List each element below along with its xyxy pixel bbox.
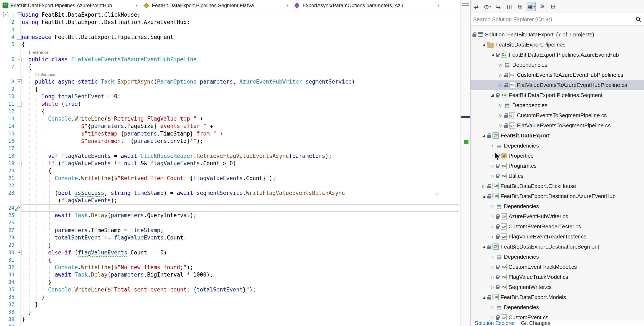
expand-icon[interactable] [489, 265, 496, 269]
fold-collapse-icon[interactable] [14, 56, 22, 63]
tree-item[interactable]: FeatBit.DataExport.Pipelines.AzureEventH… [470, 50, 644, 60]
properties-wrench-icon[interactable]: ⚙ [538, 2, 547, 11]
expand-icon[interactable] [489, 305, 496, 310]
collapse-icon[interactable] [481, 42, 487, 47]
code-line[interactable]: 8 public async static Task ExportAsync(P… [0, 78, 460, 85]
tree-item[interactable]: FlatValueEventsToSegmentPipeline.cs [470, 120, 644, 131]
tree-item[interactable]: FeatBit.DataExport.Pipelines [470, 40, 644, 50]
expand-icon[interactable] [498, 123, 504, 128]
tree-item[interactable]: Dependencies [470, 201, 644, 211]
collapse-icon[interactable] [489, 52, 496, 57]
tree-item[interactable]: FlagValueTrackModel.cs [470, 272, 644, 282]
code-line[interactable]: 35 Console.WriteLine($"Total sent event … [0, 286, 460, 293]
code-line[interactable]: 10 long totalSentEvent = 0; [0, 93, 460, 100]
codelens-references[interactable]: 1 reference [0, 71, 55, 78]
tree-item[interactable]: FlatValueEventsToAzureEventHubPipeline.c… [470, 80, 644, 90]
tree-item[interactable]: FlagValueEventReaderTester.cs [470, 231, 644, 242]
tree-item[interactable]: FeatBit.DataExport.Destination.AzureEven… [470, 191, 644, 201]
editor-split-handle[interactable] [462, 3, 469, 6]
show-all-files-icon[interactable]: ⊞ [516, 2, 525, 11]
collapse-icon[interactable] [481, 295, 487, 300]
expand-icon[interactable] [481, 184, 487, 188]
tree-item[interactable]: CustomEventTrackModel.cs [470, 262, 644, 272]
code-line[interactable]: 21 Console.WriteLine($"Retrived Item Cou… [0, 175, 460, 182]
code-line[interactable]: 29 } [0, 241, 460, 249]
expand-icon[interactable] [498, 83, 504, 88]
tree-item[interactable]: FeatBit.DataExport [470, 131, 644, 141]
code-line[interactable]: 11 while (true) [0, 100, 460, 108]
tree-item[interactable]: CustomEventsToAzureEventHubPipeline.cs [470, 70, 644, 80]
fold-collapse-icon[interactable] [14, 78, 22, 85]
tree-item[interactable]: FeatBit.DataExport.Destination.Segment [470, 242, 644, 252]
expand-icon[interactable] [489, 204, 496, 209]
project-dropdown[interactable]: FeatBit.DataExport.Pipelines.AzureEventH… [0, 0, 140, 11]
code-line[interactable]: 22 [0, 182, 460, 189]
collapse-icon[interactable] [481, 194, 487, 198]
code-line[interactable]: 37 } [0, 301, 460, 308]
pending-filter-icon[interactable]: ◷ [483, 2, 492, 11]
tree-item[interactable]: Solution 'FeatBit.DataExport' (7 of 7 pr… [470, 29, 644, 40]
code-line[interactable]: 3 [0, 26, 460, 33]
fold-collapse-icon[interactable] [14, 100, 22, 108]
code-line[interactable]: 23 (bool isSuccess, string timeStamp) = … [0, 189, 460, 197]
tree-item[interactable]: Dependencies [470, 141, 644, 151]
tree-item[interactable]: Program.cs [470, 161, 644, 171]
code-line[interactable]: 5{ [0, 41, 460, 48]
code-line[interactable]: 9 { [0, 85, 460, 93]
vertical-scrollbar[interactable] [460, 0, 470, 326]
search-icon[interactable] [636, 16, 642, 22]
code-line[interactable]: 17 [0, 145, 460, 152]
code-line[interactable]: 7 { [0, 63, 460, 70]
tree-item[interactable]: Dependencies [470, 100, 644, 110]
new-view-icon[interactable]: ◫ [505, 2, 514, 11]
track-active-item-icon[interactable]: ▦ [526, 2, 536, 11]
code-line[interactable]: 26 [0, 219, 460, 226]
fold-collapse-icon[interactable] [14, 33, 22, 41]
type-dropdown[interactable]: FeatBit.DataExport.Pipelines.Segment.Fla… [140, 0, 291, 11]
chevron-down-icon[interactable] [438, 3, 440, 7]
collapse-all-icon[interactable]: ⊟ [548, 2, 558, 11]
collapse-icon[interactable] [481, 244, 487, 249]
code-line[interactable]: 25 await Task.Delay(parameters.QueryInte… [0, 212, 460, 219]
code-line[interactable]: 4namespace FeatBit.DataExport.Pipelines.… [0, 33, 460, 41]
expand-icon[interactable] [498, 103, 504, 108]
expand-icon[interactable] [498, 62, 504, 67]
code-line[interactable]: 2using FeatBit.DataExport.Destination.Az… [0, 18, 460, 26]
code-line[interactable]: (flagValueEvents); [0, 197, 460, 204]
expand-icon[interactable] [489, 174, 496, 178]
tree-item[interactable]: CustomEventReaderTester.cs [470, 221, 644, 231]
expand-icon[interactable] [489, 163, 496, 168]
tree-item[interactable]: SegmentWriter.cs [470, 282, 644, 292]
code-line[interactable]: 19 if (flagValueEvents != null && flagVa… [0, 160, 460, 167]
code-line[interactable]: 40 [0, 323, 460, 326]
fold-collapse-icon[interactable] [14, 11, 22, 18]
expand-icon[interactable] [489, 143, 496, 148]
chevron-down-icon[interactable] [136, 3, 138, 7]
codelens-references[interactable]: 1 reference [0, 49, 48, 56]
code-line[interactable]: 16 $"environment '{parameters.EnvId}'"); [0, 138, 460, 145]
sync-with-active-document-icon[interactable]: ⇆ [494, 2, 503, 11]
code-area[interactable]: 1using FeatBit.DataExport.ClickHouse;2us… [0, 11, 460, 326]
collapse-icon[interactable] [481, 133, 487, 138]
code-line[interactable]: 14 $"{parameters.PageSize} events after … [0, 123, 460, 130]
expand-icon[interactable] [489, 214, 496, 219]
panel-tab-git-changes[interactable]: Git Changes [518, 320, 553, 326]
code-line[interactable]: 30 else if (flagValueEvents.Count == 0) [0, 249, 460, 256]
expand-icon[interactable] [489, 224, 496, 229]
code-line[interactable]: 31 { [0, 256, 460, 264]
expand-icon[interactable] [498, 113, 504, 118]
expand-icon[interactable] [489, 254, 496, 259]
panel-tab-solution-explorer[interactable]: Solution Explorer [472, 320, 518, 326]
code-line[interactable]: 6 public class FlatValueEventsToAzureEve… [0, 56, 460, 63]
chevron-down-icon[interactable] [286, 3, 288, 7]
expand-icon[interactable] [489, 275, 496, 280]
code-line[interactable]: 39} [0, 316, 460, 323]
fold-collapse-icon[interactable] [14, 249, 22, 256]
code-line[interactable]: 36 } [0, 293, 460, 301]
expand-icon[interactable] [489, 285, 496, 290]
tree-item[interactable]: Dependencies [470, 252, 644, 262]
code-line[interactable]: 20 { [0, 167, 460, 174]
code-line[interactable]: 33 await Task.Delay(parameters.BigInterv… [0, 271, 460, 278]
code-line[interactable]: 34 } [0, 279, 460, 286]
tree-item[interactable]: Util.cs [470, 171, 644, 181]
